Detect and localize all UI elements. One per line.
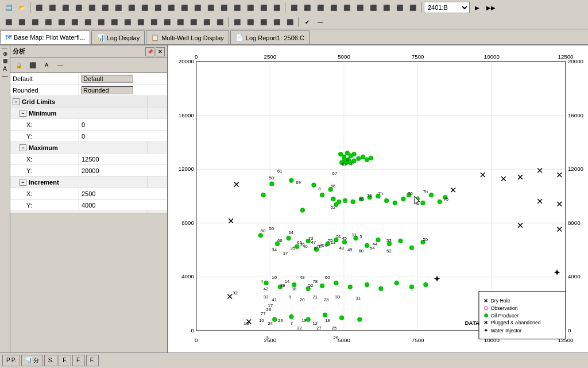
new-btn[interactable]: 🆕 [2, 1, 15, 14]
b7[interactable]: ⬛ [82, 16, 94, 28]
b24[interactable]: — [314, 16, 327, 28]
t1[interactable]: ⬛ [33, 1, 45, 14]
status-s-btn[interactable]: S. [44, 355, 57, 366]
status-f1-btn[interactable]: F. [59, 355, 71, 366]
t17[interactable]: ⬛ [244, 1, 257, 14]
svg-text:40: 40 [303, 244, 308, 249]
strip-icon1[interactable]: | [2, 48, 8, 49]
strip-icon2[interactable]: ⊕ [3, 51, 7, 57]
t3[interactable]: ⬛ [59, 1, 72, 14]
tab-logreport[interactable]: 📄 Log Report1: 2506:C [230, 30, 310, 44]
t25[interactable]: ⬛ [354, 1, 366, 14]
status-analysis-btn[interactable]: 📊 分 [21, 355, 43, 366]
prop-value-max-y[interactable]: 20000 [79, 165, 167, 176]
t18[interactable]: ⬛ [257, 1, 270, 14]
t19[interactable]: ⬛ [270, 1, 283, 14]
tab-multiwell-label: Multi-Well Log Display [161, 34, 224, 41]
b10[interactable]: ⬛ [121, 16, 134, 28]
b13[interactable]: ⬛ [161, 16, 173, 28]
svg-text:16000: 16000 [179, 112, 195, 118]
b11[interactable]: ⬛ [134, 16, 147, 28]
b9[interactable]: ⬛ [108, 16, 121, 28]
b6[interactable]: ⬛ [68, 16, 81, 28]
rounded-input[interactable] [82, 86, 133, 94]
panel-pin-btn[interactable]: 📌 [145, 47, 154, 56]
b21[interactable]: ⬛ [270, 16, 283, 28]
status-f3-btn[interactable]: F. [86, 355, 99, 366]
status-f2-btn[interactable]: F. [72, 355, 85, 366]
panel-close-btn[interactable]: ✕ [156, 47, 165, 56]
status-p-btn[interactable]: P P. [2, 355, 20, 366]
t4[interactable]: ⬛ [72, 1, 85, 14]
b15[interactable]: ⬛ [187, 16, 200, 28]
tab-multiwell[interactable]: 📋 Multi-Well Log Display [146, 30, 229, 44]
b18[interactable]: ⬛ [231, 16, 243, 28]
b20[interactable]: ⬛ [257, 16, 270, 28]
b16[interactable]: ⬛ [200, 16, 213, 28]
svg-text:39: 39 [280, 283, 285, 288]
svg-text:8000: 8000 [568, 220, 581, 226]
t5[interactable]: ⬛ [86, 1, 98, 14]
tab-basemap[interactable]: 🗺 Base Map: Pilot Waterfl... [0, 30, 90, 44]
nav-btn2[interactable]: ▶▶ [485, 1, 497, 14]
t2[interactable]: ⬛ [46, 1, 59, 14]
t15[interactable]: ⬛ [218, 1, 230, 14]
t27[interactable]: ⬛ [380, 1, 393, 14]
b23[interactable]: ✔ [301, 16, 314, 28]
t16[interactable]: ⬛ [231, 1, 243, 14]
prop-value-rounded[interactable] [79, 85, 167, 95]
open-btn[interactable]: 📂 [16, 1, 28, 14]
prop-value-max-x[interactable]: 12500 [79, 154, 167, 164]
t8[interactable]: ⬛ [125, 1, 138, 14]
b4[interactable]: ⬛ [42, 16, 55, 28]
t26[interactable]: ⬛ [367, 1, 380, 14]
prop-value-min-x[interactable]: 0 [79, 119, 167, 130]
minimum-toggle[interactable]: − [20, 110, 26, 117]
panel-tb2[interactable]: ⬛ [26, 59, 39, 72]
b3[interactable]: ⬛ [29, 16, 41, 28]
b17[interactable]: ⬛ [214, 16, 226, 28]
t14[interactable]: ⬛ [204, 1, 217, 14]
t6[interactable]: ⬛ [99, 1, 111, 14]
prop-value-min-y[interactable]: 0 [79, 131, 167, 141]
t22[interactable]: ⬛ [314, 1, 327, 14]
t28[interactable]: ⬛ [393, 1, 406, 14]
default-input[interactable] [82, 75, 133, 83]
strip-icon3[interactable]: 🔳 [2, 58, 9, 64]
strip-icon5[interactable]: — [2, 73, 8, 79]
svg-text:49: 49 [347, 247, 353, 252]
address-combo[interactable]: 2401:B [424, 2, 470, 13]
b5[interactable]: ⬛ [55, 16, 68, 28]
t10[interactable]: ⬛ [152, 1, 164, 14]
t11[interactable]: ⬛ [165, 1, 177, 14]
t29[interactable]: ⬛ [407, 1, 419, 14]
t13[interactable]: ⬛ [191, 1, 204, 14]
t7[interactable]: ⬛ [112, 1, 125, 14]
b12[interactable]: ⬛ [148, 16, 160, 28]
prop-value-inc-y[interactable]: 4000 [79, 200, 167, 210]
b22[interactable]: ⬛ [284, 16, 296, 28]
panel-tb4[interactable]: — [54, 59, 67, 72]
t21[interactable]: ⬛ [301, 1, 314, 14]
b2[interactable]: ⬛ [16, 16, 28, 28]
strip-icon4[interactable]: A [3, 66, 7, 72]
panel-tb3[interactable]: A [40, 59, 53, 72]
t12[interactable]: ⬛ [178, 1, 191, 14]
nav-btn[interactable]: ▶ [471, 1, 483, 14]
map-svg[interactable]: 0 2500 5000 7500 10000 12500 0 2500 5000… [168, 45, 588, 352]
gridlimits-toggle[interactable]: − [13, 98, 20, 105]
t20[interactable]: ⬛ [288, 1, 300, 14]
b19[interactable]: ⬛ [244, 16, 257, 28]
b8[interactable]: ⬛ [95, 16, 107, 28]
b14[interactable]: ⬛ [174, 16, 187, 28]
increment-toggle[interactable]: − [20, 179, 26, 186]
t23[interactable]: ⬛ [327, 1, 340, 14]
prop-value-default[interactable] [79, 73, 167, 84]
b1[interactable]: ⬛ [2, 16, 15, 28]
maximum-toggle[interactable]: − [20, 144, 26, 151]
t9[interactable]: ⬛ [138, 1, 151, 14]
panel-tb1[interactable]: 🔒 [13, 59, 25, 72]
t24[interactable]: ⬛ [341, 1, 353, 14]
tab-logdisplay[interactable]: 📊 Log Display [91, 30, 145, 44]
prop-value-inc-x[interactable]: 2500 [79, 188, 167, 199]
